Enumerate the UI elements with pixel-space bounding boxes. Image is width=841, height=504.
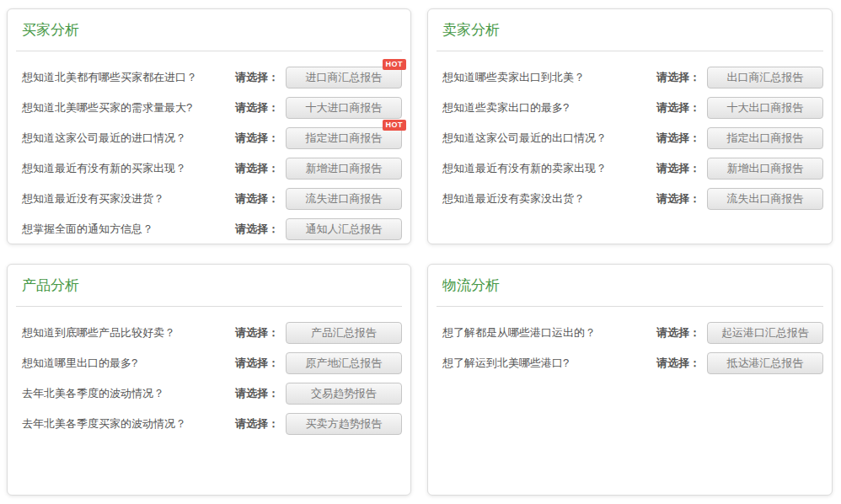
please-select-label: 请选择： [656,356,700,371]
report-button-lost-importers[interactable]: 流失进口商报告 [286,188,402,210]
hot-badge: HOT [383,120,407,131]
button-wrap: 抵达港汇总报告 [707,352,823,374]
question-text: 想了解运到北美哪些港口? [442,356,656,371]
please-select-label: 请选择： [235,70,279,85]
report-row: 想知道到底哪些产品比较好卖？ 请选择： 产品汇总报告 [16,322,402,344]
button-wrap: 买卖方趋势报告 [286,413,402,435]
report-row: 去年北美各季度的波动情况？ 请选择： 交易趋势报告 [16,383,402,405]
button-wrap: 指定出口商报告 [707,127,823,149]
panel-title: 物流分析 [442,276,823,295]
report-button-product-summary[interactable]: 产品汇总报告 [286,322,402,344]
question-text: 想了解都是从哪些港口运出的？ [442,325,656,340]
please-select-label: 请选择： [656,161,700,176]
button-wrap: 新增进口商报告 [286,158,402,180]
report-button-new-exporters[interactable]: 新增出口商报告 [707,158,823,180]
report-button-top10-exporters[interactable]: 十大出口商报告 [707,97,823,119]
question-text: 去年北美各季度的波动情况？ [22,386,235,401]
report-selection-page: 买家分析 想知道北美都有哪些买家都在进口？ 请选择： 进口商汇总报告 HOT 想… [0,0,841,504]
report-row: 想知道最近没有买家没进货？ 请选择： 流失进口商报告 [16,188,402,210]
button-wrap: 新增出口商报告 [707,158,823,180]
report-row: 想知道这家公司最近的出口情况？ 请选择： 指定出口商报告 [437,127,823,149]
report-row: 想掌握全面的通知方信息？ 请选择： 通知人汇总报告 [16,218,402,240]
report-row: 想知道些卖家出口的最多? 请选择： 十大出口商报告 [437,97,823,119]
please-select-label: 请选择： [656,100,700,115]
please-select-label: 请选择： [656,191,700,206]
question-text: 想掌握全面的通知方信息？ [22,222,235,237]
question-text: 想知道些卖家出口的最多? [442,100,656,115]
panel-title: 卖家分析 [442,21,823,40]
report-row: 想知道北美都有哪些买家都在进口？ 请选择： 进口商汇总报告 HOT [16,67,402,88]
report-row: 想了解运到北美哪些港口? 请选择： 抵达港汇总报告 [437,352,823,374]
please-select-label: 请选择： [235,191,279,206]
question-text: 去年北美各季度买家的波动情况？ [22,416,235,432]
report-button-trade-trend[interactable]: 交易趋势报告 [286,383,402,405]
report-button-top10-importers[interactable]: 十大进口商报告 [286,97,402,119]
hot-badge: HOT [383,59,407,70]
please-select-label: 请选择： [235,131,279,146]
panel-logistics-analysis: 物流分析 想了解都是从哪些港口运出的？ 请选择： 起运港口汇总报告 想了解运到北… [427,264,833,496]
button-wrap: 流失出口商报告 [707,188,823,210]
title-divider [437,306,823,307]
report-row: 想知道这家公司最近的进口情况？ 请选择： 指定进口商报告 HOT [16,127,402,149]
question-text: 想知道这家公司最近的出口情况？ [442,131,656,146]
report-button-lost-exporters[interactable]: 流失出口商报告 [707,188,823,210]
button-wrap: 十大进口商报告 [286,97,402,119]
title-divider [437,51,823,51]
button-wrap: 通知人汇总报告 [286,218,402,240]
report-row: 想知道北美哪些买家的需求量最大? 请选择： 十大进口商报告 [16,97,402,119]
report-button-exporter-summary[interactable]: 出口商汇总报告 [707,67,823,88]
please-select-label: 请选择： [235,325,279,340]
panel-title: 产品分析 [22,276,402,295]
please-select-label: 请选择： [656,131,700,146]
report-button-buyer-seller-trend[interactable]: 买卖方趋势报告 [286,413,402,435]
question-text: 想知道这家公司最近的进口情况？ [22,131,235,146]
question-text: 想知道到底哪些产品比较好卖？ [22,325,235,340]
report-button-arrival-port-summary[interactable]: 抵达港汇总报告 [707,352,823,374]
please-select-label: 请选择： [235,100,279,115]
button-wrap: 产品汇总报告 [286,322,402,344]
report-button-departure-port-summary[interactable]: 起运港口汇总报告 [707,322,823,344]
please-select-label: 请选择： [656,70,700,85]
button-wrap: 十大出口商报告 [707,97,823,119]
report-row: 想知道最近有没有新的卖家出现？ 请选择： 新增出口商报告 [437,158,823,180]
please-select-label: 请选择： [235,222,279,237]
question-text: 想知道北美哪些买家的需求量最大? [22,100,235,115]
question-text: 想知道最近没有买家没进货？ [22,191,235,206]
question-text: 想知道最近有没有新的卖家出现？ [442,161,656,176]
panel-title: 买家分析 [22,21,402,40]
report-row: 想知道最近有没有新的买家出现？ 请选择： 新增进口商报告 [16,158,402,180]
button-wrap: 进口商汇总报告 HOT [286,67,402,88]
button-wrap: 流失进口商报告 [286,188,402,210]
panel-buyer-analysis: 买家分析 想知道北美都有哪些买家都在进口？ 请选择： 进口商汇总报告 HOT 想… [7,8,411,244]
button-wrap: 出口商汇总报告 [707,67,823,88]
title-divider [16,51,402,51]
button-wrap: 原产地汇总报告 [286,352,402,374]
please-select-label: 请选择： [235,416,279,432]
title-divider [16,306,402,307]
report-row: 想知道哪些卖家出口到北美？ 请选择： 出口商汇总报告 [437,67,823,88]
question-text: 想知道哪些卖家出口到北美？ [442,70,656,85]
please-select-label: 请选择： [235,386,279,401]
report-row: 想知道最近没有卖家没出货？ 请选择： 流失出口商报告 [437,188,823,210]
report-button-origin-summary[interactable]: 原产地汇总报告 [286,352,402,374]
report-button-specified-exporter[interactable]: 指定出口商报告 [707,127,823,149]
question-text: 想知道北美都有哪些买家都在进口？ [22,70,235,85]
report-row: 想知道哪里出口的最多? 请选择： 原产地汇总报告 [16,352,402,374]
button-wrap: 指定进口商报告 HOT [286,127,402,149]
question-text: 想知道最近没有卖家没出货？ [442,191,656,206]
report-button-notify-party-summary[interactable]: 通知人汇总报告 [286,218,402,240]
panel-seller-analysis: 卖家分析 想知道哪些卖家出口到北美？ 请选择： 出口商汇总报告 想知道些卖家出口… [427,8,833,244]
question-text: 想知道最近有没有新的买家出现？ [22,161,235,176]
panel-product-analysis: 产品分析 想知道到底哪些产品比较好卖？ 请选择： 产品汇总报告 想知道哪里出口的… [7,264,411,496]
button-wrap: 起运港口汇总报告 [707,322,823,344]
please-select-label: 请选择： [235,161,279,176]
report-row: 想了解都是从哪些港口运出的？ 请选择： 起运港口汇总报告 [437,322,823,344]
button-wrap: 交易趋势报告 [286,383,402,405]
report-button-new-importers[interactable]: 新增进口商报告 [286,158,402,180]
report-row: 去年北美各季度买家的波动情况？ 请选择： 买卖方趋势报告 [16,413,402,435]
please-select-label: 请选择： [656,325,700,340]
question-text: 想知道哪里出口的最多? [22,356,235,371]
please-select-label: 请选择： [235,356,279,371]
